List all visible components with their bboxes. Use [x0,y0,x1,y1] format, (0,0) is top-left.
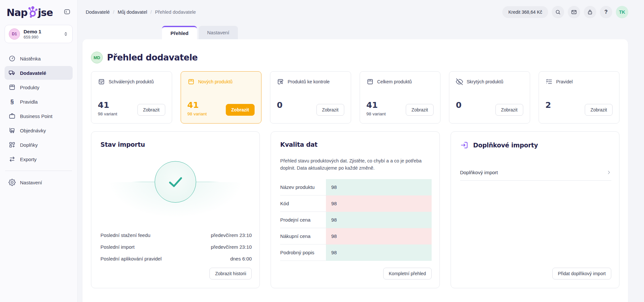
import-status-rows: Poslední stažení feedu předevčírem 23:10… [100,229,252,264]
breadcrumb: Dodavatelé / Můj dodavatel / Přehled dod… [86,9,196,15]
row-value: 98 [326,228,431,244]
tab-bar: Přehled Nastavení [78,24,644,39]
stat-cards: Schválených produktů 41 98 variant Zobra… [91,71,619,124]
breadcrumb-separator: / [113,9,114,15]
search-button[interactable] [552,6,564,18]
workspace-number: 659.990 [24,35,60,40]
panels: Stav importu Poslední stažení feedu před… [91,131,619,288]
help-icon: ? [604,9,608,15]
stat-card-schvalene: Schválených produktů 41 98 variant Zobra… [91,71,172,124]
box-icon [9,84,16,91]
stat-label: Produktů ke kontrole [288,79,330,84]
show-history-button[interactable]: Zobrazit historii [209,268,252,279]
mail-icon [571,9,577,15]
sidebar-item-nastaveni[interactable]: Nastavení [5,176,73,189]
extra-import-row[interactable]: Doplňkový import [460,170,611,181]
table-row: Nákupní cena 98 [280,228,431,244]
stat-value: 0 [277,100,282,110]
data-quality-panel: Kvalita dat Přehled stavu produktových d… [271,131,439,288]
eye-off-icon [456,78,463,85]
extra-imports-panel: Doplňkové importy Doplňkový import Přida… [451,131,619,288]
zobrazit-button[interactable]: Zobrazit [137,104,165,116]
status-row-value: dnes 6:00 [230,256,252,261]
sidebar-item-label: Dodavatelé [20,70,46,76]
sidebar-item-label: Business Point [20,113,52,119]
full-overview-button[interactable]: Kompletní přehled [383,268,432,279]
sidebar-item-label: Pravidla [20,99,38,105]
sidebar-item-business-point[interactable]: Business Point [5,109,73,123]
row-label: Podrobný popis [280,244,326,261]
table-row: Název produktu 98 [280,179,431,195]
user-avatar[interactable]: TK [616,6,628,18]
sidebar-item-label: Produkty [20,85,39,90]
zobrazit-button[interactable]: Zobrazit [495,104,523,116]
app-logo[interactable]: Nap jse [7,6,53,18]
briefcase-icon [9,112,16,120]
stat-value: 2 [546,100,551,110]
status-row-value: předevčírem 23:10 [211,232,252,238]
breadcrumb-separator: / [151,9,152,15]
stat-sub: 98 variant [188,111,207,117]
import-icon [460,141,469,149]
grid-plus-icon [9,141,16,148]
stat-card-skryte: Skrytých produktů 0 Zobrazit [449,71,530,124]
table-row: Kód 98 [280,195,431,212]
logo-text-pre: Nap [7,8,27,18]
stat-value: 41 [367,100,386,110]
box-icon [367,78,374,85]
data-quality-description: Přehled stavu produktových dat. Zjistěte… [280,157,431,172]
stat-label: Pravidel [556,79,573,84]
zobrazit-button[interactable]: Zobrazit [585,104,613,116]
breadcrumb-item[interactable]: Můj dodavatel [117,9,147,15]
page-header: MD Přehled dodavatele [91,52,619,63]
sidebar-collapse-icon[interactable] [63,8,71,16]
row-label: Název produktu [280,179,326,195]
stat-sub [456,111,461,117]
cart-icon [9,127,16,134]
sidebar-item-dodavatele[interactable]: Dodavatelé [5,66,73,80]
help-button[interactable]: ? [600,6,612,18]
lock-button[interactable] [584,6,596,18]
messages-button[interactable] [568,6,580,18]
row-label: Nákupní cena [280,228,326,244]
logo-text-post: jse [38,8,53,18]
panel-title: Kvalita dat [280,141,431,148]
lock-icon [587,9,593,15]
credit-badge[interactable]: Kredit 368,64 Kč [502,6,548,18]
sidebar-item-objednavky[interactable]: Objednávky [5,124,73,137]
zobrazit-button[interactable]: Zobrazit [406,104,434,116]
sidebar-item-pravidla[interactable]: § Pravidla [5,95,73,109]
status-row-label: Poslední stažení feedu [100,232,151,238]
import-status-panel: Stav importu Poslední stažení feedu před… [91,131,260,288]
zobrazit-button[interactable]: Zobrazit [226,104,255,116]
sidebar-item-doplnky[interactable]: Doplňky [5,138,73,152]
row-label: Kód [280,195,326,212]
breadcrumb-current: Přehled dodavatele [155,9,196,15]
sidebar-item-label: Objednávky [20,128,46,133]
sidebar-item-exporty[interactable]: Exporty [5,152,73,166]
add-extra-import-button[interactable]: Přidat doplňkový import [552,268,611,279]
main-column: Dodavatelé / Můj dodavatel / Přehled dod… [78,0,644,302]
breadcrumb-item[interactable]: Dodavatelé [86,9,110,15]
zobrazit-button[interactable]: Zobrazit [316,104,344,116]
workspace-avatar: D1 [9,28,20,40]
sidebar-item-produkty[interactable]: Produkty [5,80,73,94]
sidebar-nav: Nástěnka Dodavatelé Produkty § Pravidl [5,52,73,189]
topbar-actions: Kredit 368,64 Kč [502,6,628,18]
sidebar-item-label: Exporty [20,157,37,162]
search-icon [555,9,561,15]
sidebar-item-nastenka[interactable]: Nástěnka [5,52,73,65]
checklist-icon [546,78,553,85]
tab-prehled[interactable]: Přehled [162,26,197,39]
row-value: 98 [326,244,431,261]
tab-nastaveni[interactable]: Nastavení [199,26,238,39]
sidebar-item-label: Nastavení [20,180,42,185]
stat-sub [277,111,282,117]
stat-card-celkem: Celkem produktů 41 98 variant Zobrazit [360,71,441,124]
workspace-selector[interactable]: D1 Demo 1 659.990 [5,25,73,43]
box-icon [188,78,195,85]
row-value: 98 [326,212,431,228]
row-value: 98 [326,195,431,212]
status-row-label: Poslední import [100,244,134,250]
stat-value: 0 [456,100,461,110]
